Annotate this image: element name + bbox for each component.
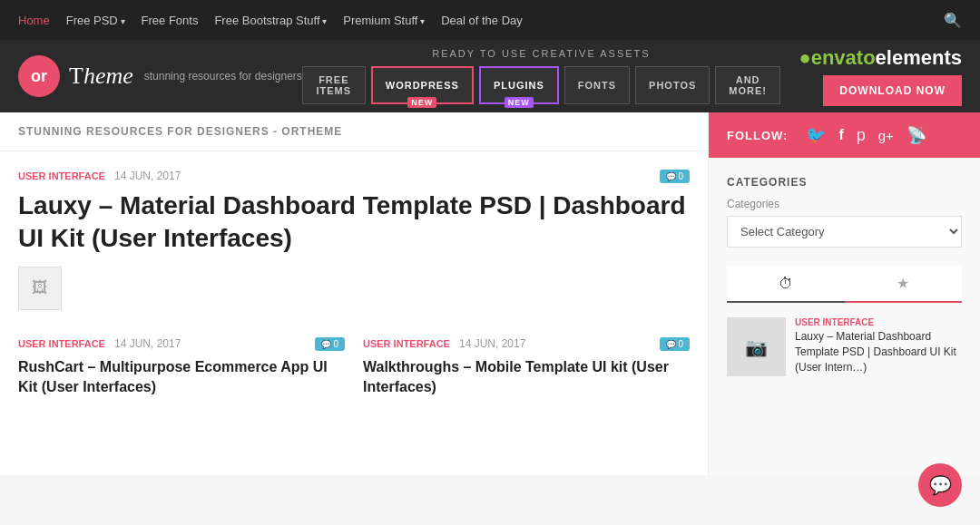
logo-area: or Theme stunning resources for designer… — [18, 55, 302, 97]
featured-post-date: 14 JUN, 2017 — [114, 170, 181, 182]
banner-btn-free-items[interactable]: FREE ITEMS — [302, 66, 366, 104]
categories-label: Categories — [727, 198, 962, 210]
nav-premium-stuff[interactable]: Premium Stuff — [343, 14, 425, 27]
grid-post-1-title[interactable]: Walkthroughs – Mobile Template UI kit (U… — [363, 357, 690, 398]
envato-logo: ●envatoelements — [799, 46, 962, 70]
sidebar-post-title[interactable]: Lauxy – Material Dashboard Template PSD … — [795, 329, 962, 374]
grid-post-1-comment-badge[interactable]: 0 — [660, 337, 690, 351]
featured-post-meta: USER INTERFACE 14 JUN, 2017 — [18, 170, 690, 182]
grid-post-1-category: USER INTERFACE — [363, 338, 450, 349]
grid-post-0-title[interactable]: RushCart – Multipurpose Ecommerce App UI… — [18, 357, 345, 398]
rss-icon[interactable]: 📡 — [906, 125, 926, 145]
main-content: STUNNING RESOURCES FOR DESIGNERS - ORTHE… — [0, 112, 708, 475]
banner-btn-photos[interactable]: PHOTOS — [635, 66, 710, 104]
grid-post-1-date: 14 JUN, 2017 — [459, 337, 525, 350]
nav-free-bootstrap[interactable]: Free Bootstrap Stuff — [214, 14, 327, 27]
sidebar-posts: 📷 USER INTERFACE Lauxy – Material Dashbo… — [727, 317, 962, 376]
wordpress-new-badge: NEW — [407, 97, 436, 108]
plugins-new-badge: NEW — [505, 97, 534, 108]
top-navigation: Home Free PSD Free Fonts Free Bootstrap … — [0, 0, 980, 40]
logo-tagline: stunning resources for designers — [144, 70, 302, 83]
facebook-icon[interactable]: f — [838, 127, 843, 143]
grid-post-0-category: USER INTERFACE — [18, 338, 105, 349]
banner-btn-fonts[interactable]: FONTS — [564, 66, 630, 104]
nav-deal-of-day[interactable]: Deal of the Day — [441, 14, 523, 27]
featured-post-title[interactable]: Lauxy – Material Dashboard Template PSD … — [18, 190, 690, 256]
breadcrumb: STUNNING RESOURCES FOR DESIGNERS - ORTHE… — [0, 112, 708, 151]
grid-post-1-meta: USER INTERFACE 14 JUN, 2017 — [363, 337, 690, 350]
banner-btn-wordpress[interactable]: WORDPRESS NEW — [371, 66, 474, 104]
sidebar-tabs: ⏱ ★ — [727, 266, 962, 303]
sidebar-post-category: USER INTERFACE — [795, 317, 962, 327]
categories-title: CATEGORIES — [727, 176, 962, 189]
banner-right: ●envatoelements DOWNLOAD NOW — [780, 46, 962, 106]
search-icon[interactable]: 🔍 — [944, 12, 962, 29]
category-select[interactable]: Select Category — [727, 216, 962, 248]
sidebar-post-thumbnail: 📷 — [727, 317, 786, 376]
posts-area: USER INTERFACE 14 JUN, 2017 0 Lauxy – Ma… — [0, 151, 708, 416]
banner-center: READY TO USE CREATIVE ASSETS FREE ITEMS … — [302, 48, 780, 104]
download-now-button[interactable]: DOWNLOAD NOW — [823, 75, 962, 106]
grid-post-0-meta: USER INTERFACE 14 JUN, 2017 — [18, 337, 345, 350]
sidebar: FOLLOW: 🐦 f p g+ 📡 CATEGORIES Categories… — [708, 112, 980, 475]
featured-post: USER INTERFACE 14 JUN, 2017 0 Lauxy – Ma… — [18, 170, 690, 310]
grid-post-0-date: 14 JUN, 2017 — [114, 337, 181, 350]
googleplus-icon[interactable]: g+ — [878, 128, 894, 143]
logo-icon: or — [18, 55, 60, 97]
nav-free-psd[interactable]: Free PSD — [66, 14, 125, 27]
sidebar-post-info: USER INTERFACE Lauxy – Material Dashboar… — [795, 317, 962, 376]
logo-text: Theme — [69, 63, 133, 89]
sidebar-content: CATEGORIES Categories Select Category ⏱ … — [709, 158, 980, 407]
page-layout: STUNNING RESOURCES FOR DESIGNERS - ORTHE… — [0, 112, 980, 475]
featured-post-category: USER INTERFACE — [18, 170, 105, 181]
grid-post-1: USER INTERFACE 14 JUN, 2017 0 Walkthroug… — [363, 337, 690, 398]
nav-home[interactable]: Home — [18, 14, 50, 27]
tab-popular[interactable]: ★ — [845, 266, 963, 301]
nav-free-fonts[interactable]: Free Fonts — [142, 14, 199, 27]
grid-posts: USER INTERFACE 14 JUN, 2017 0 RushCart –… — [18, 337, 690, 398]
tab-recent[interactable]: ⏱ — [727, 266, 845, 303]
banner-btn-more[interactable]: AND MORE! — [715, 66, 780, 104]
banner-subtitle: READY TO USE CREATIVE ASSETS — [432, 48, 650, 59]
twitter-icon[interactable]: 🐦 — [806, 125, 826, 145]
banner-buttons: FREE ITEMS WORDPRESS NEW PLUGINS NEW FON… — [302, 66, 780, 104]
sidebar-post-item: 📷 USER INTERFACE Lauxy – Material Dashbo… — [727, 317, 962, 376]
banner-btn-plugins[interactable]: PLUGINS NEW — [479, 66, 559, 104]
grid-post-0-comment-badge[interactable]: 0 — [315, 337, 345, 351]
featured-post-comment-badge[interactable]: 0 — [660, 170, 690, 183]
pinterest-icon[interactable]: p — [857, 126, 866, 145]
follow-bar: FOLLOW: 🐦 f p g+ 📡 — [709, 112, 980, 158]
header-banner: or Theme stunning resources for designer… — [0, 40, 980, 112]
featured-post-thumbnail: 🖼 — [18, 267, 62, 310]
grid-post-0: USER INTERFACE 14 JUN, 2017 0 RushCart –… — [18, 337, 345, 398]
follow-label: FOLLOW: — [727, 129, 788, 142]
